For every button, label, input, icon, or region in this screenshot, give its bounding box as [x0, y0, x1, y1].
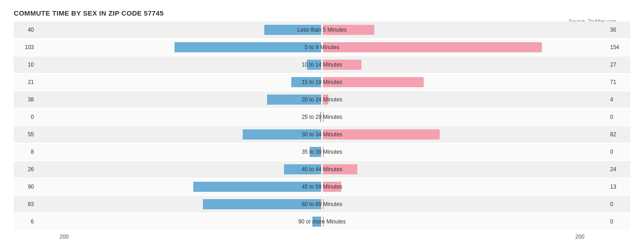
right-value: 0	[607, 149, 630, 155]
bar-male	[312, 217, 321, 227]
chart-row: 26 40 to 44 Minutes 24	[14, 161, 630, 178]
bars-inner: 25 to 29 Minutes	[37, 109, 607, 125]
bars-area: 35 to 39 Minutes	[37, 144, 607, 160]
right-value: 71	[607, 79, 630, 85]
left-value: 0	[14, 114, 37, 120]
left-bar-wrap	[37, 95, 322, 105]
bar-male	[175, 42, 321, 52]
bars-inner: 10 to 14 Minutes	[37, 56, 607, 73]
right-bar-wrap	[322, 25, 607, 35]
bars-area: 45 to 59 Minutes	[37, 179, 607, 195]
bars-inner: 45 to 59 Minutes	[37, 179, 607, 195]
bars-area: Less than 5 Minutes	[37, 22, 607, 38]
right-value: 0	[607, 201, 630, 207]
bar-female	[323, 112, 324, 122]
bars-area: 15 to 19 Minutes	[37, 74, 607, 90]
left-bar-wrap	[37, 164, 322, 174]
bar-female	[323, 129, 440, 140]
bars-inner: Less than 5 Minutes	[37, 22, 607, 38]
bar-female	[323, 217, 324, 227]
bar-male	[264, 25, 321, 35]
right-bar-wrap	[322, 164, 607, 174]
bars-area: 25 to 29 Minutes	[37, 109, 607, 125]
chart-row: 55 30 to 34 Minutes 82	[14, 126, 630, 143]
right-value: 36	[607, 27, 630, 33]
chart-title: COMMUTE TIME BY SEX IN ZIP CODE 57745	[14, 9, 630, 17]
bar-female	[323, 95, 328, 105]
chart-row: 38 20 to 24 Minutes 4	[14, 91, 630, 108]
bar-male	[307, 60, 321, 70]
bars-inner: 90 or more Minutes	[37, 213, 607, 230]
right-bar-wrap	[322, 129, 607, 140]
right-value: 27	[607, 61, 630, 68]
bars-area: 10 to 14 Minutes	[37, 56, 607, 73]
left-bar-wrap	[37, 182, 322, 192]
bars-area: 30 to 34 Minutes	[37, 126, 607, 143]
chart-row: 10 10 to 14 Minutes 27	[14, 56, 630, 73]
chart-row: 6 90 or more Minutes 0	[14, 213, 630, 230]
right-bar-wrap	[322, 147, 607, 157]
bars-inner: 5 to 9 Minutes	[37, 39, 607, 56]
chart-row: 8 35 to 39 Minutes 0	[14, 144, 630, 160]
bar-male	[203, 199, 321, 209]
left-bar-wrap	[37, 25, 322, 35]
bar-female	[323, 77, 424, 87]
right-bar-wrap	[322, 95, 607, 105]
left-bar-wrap	[37, 217, 322, 227]
x-axis-left: 200	[60, 234, 69, 240]
right-value: 0	[607, 114, 630, 120]
left-value: 21	[14, 79, 37, 85]
left-bar-wrap	[37, 199, 322, 209]
left-bar-wrap	[37, 77, 322, 87]
right-bar-wrap	[322, 112, 607, 122]
bars-inner: 20 to 24 Minutes	[37, 91, 607, 108]
left-bar-wrap	[37, 112, 322, 122]
chart-row: 103 5 to 9 Minutes 154	[14, 39, 630, 56]
right-bar-wrap	[322, 217, 607, 227]
bar-male	[267, 95, 321, 105]
bars-inner: 30 to 34 Minutes	[37, 126, 607, 143]
bar-male	[193, 182, 321, 192]
left-value: 38	[14, 96, 37, 103]
bars-area: 40 to 44 Minutes	[37, 161, 607, 178]
x-axis: 200 200	[14, 234, 630, 240]
chart-row: 21 15 to 19 Minutes 71	[14, 74, 630, 90]
bars-inner: 35 to 39 Minutes	[37, 144, 607, 160]
bars-inner: 60 to 89 Minutes	[37, 196, 607, 212]
chart-row: 90 45 to 59 Minutes 13	[14, 179, 630, 195]
left-value: 55	[14, 131, 37, 138]
right-bar-wrap	[322, 182, 607, 192]
left-value: 90	[14, 184, 37, 190]
right-value: 0	[607, 218, 630, 225]
bar-female	[323, 147, 324, 157]
bar-female	[323, 199, 324, 209]
bars-inner: 15 to 19 Minutes	[37, 74, 607, 90]
left-value: 10	[14, 61, 37, 68]
right-value: 24	[607, 166, 630, 173]
bar-female	[323, 25, 374, 35]
chart-row: 40 Less than 5 Minutes 36	[14, 22, 630, 38]
left-value: 26	[14, 166, 37, 173]
bar-female	[323, 60, 361, 70]
right-value: 4	[607, 96, 630, 103]
bars-area: 90 or more Minutes	[37, 213, 607, 230]
bar-female	[323, 164, 357, 174]
chart-row: 83 60 to 89 Minutes 0	[14, 196, 630, 212]
left-value: 8	[14, 149, 37, 155]
right-value: 82	[607, 131, 630, 138]
bars-area: 60 to 89 Minutes	[37, 196, 607, 212]
left-value: 6	[14, 218, 37, 225]
left-bar-wrap	[37, 147, 322, 157]
right-value: 13	[607, 184, 630, 190]
bar-male	[243, 129, 321, 140]
right-bar-wrap	[322, 42, 607, 52]
right-value: 154	[607, 44, 630, 50]
left-bar-wrap	[37, 60, 322, 70]
left-bar-wrap	[37, 42, 322, 52]
bar-male	[320, 112, 321, 122]
bar-male	[284, 164, 321, 174]
bar-male	[291, 77, 321, 87]
right-bar-wrap	[322, 199, 607, 209]
chart-row: 0 25 to 29 Minutes 0	[14, 109, 630, 125]
left-value: 103	[14, 44, 37, 50]
